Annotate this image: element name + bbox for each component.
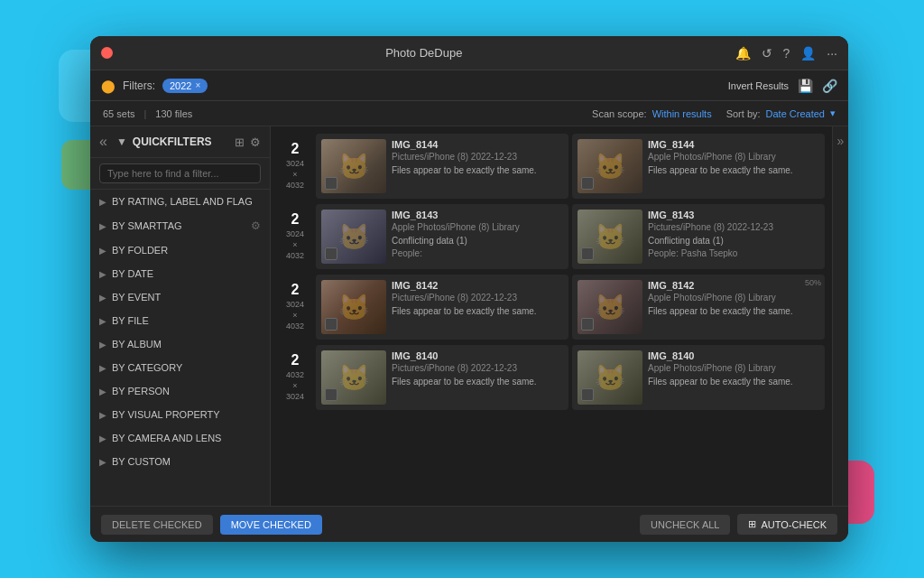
photo-card-3-0[interactable]: 🐱 IMG_8140 Pictures/iPhone (8) 2022-12-2… <box>316 345 568 410</box>
sidebar-arrow-9: ▶ <box>99 410 106 420</box>
sidebar-item-10[interactable]: ▶ BY CAMERA AND LENS <box>90 426 270 450</box>
photo-info-0-1: IMG_8144 Apple Photos/iPhone (8) Library… <box>648 139 819 176</box>
photo-checkbox-2-1[interactable] <box>581 318 594 331</box>
sidebar-gear-1[interactable]: ⚙ <box>251 219 261 232</box>
photo-desc-3-1: Files appear to be exactly the same. <box>648 376 819 387</box>
sidebar-arrow-10: ▶ <box>99 434 106 443</box>
badge-number-2: 2 <box>291 282 300 298</box>
link-icon[interactable]: 🔗 <box>822 79 837 93</box>
photo-card-1-1[interactable]: 🐱 IMG_8143 Pictures/iPhone (8) 2022-12-2… <box>572 204 825 269</box>
sidebar-label-0: BY RATING, LABEL AND FLAG <box>112 196 253 207</box>
sidebar-arrow-1: ▶ <box>99 221 106 231</box>
sets-count: 65 sets <box>103 108 134 119</box>
move-checked-button[interactable]: MOVE CHECKED <box>220 515 322 535</box>
photo-card-3-1[interactable]: 🐱 IMG_8140 Apple Photos/iPhone (8) Libra… <box>572 345 825 410</box>
filter-tag-label: 2022 <box>170 80 191 91</box>
photo-checkbox-0-0[interactable] <box>325 177 337 190</box>
photo-name-1-0: IMG_8143 <box>392 210 563 220</box>
sidebar-arrow-8: ▶ <box>99 387 106 396</box>
sidebar-item-5[interactable]: ▶ BY FILE <box>90 309 270 332</box>
photo-pair-1: 🐱 IMG_8143 Apple Photos/iPhone (8) Libra… <box>316 204 825 269</box>
photo-card-1-0[interactable]: 🐱 IMG_8143 Apple Photos/iPhone (8) Libra… <box>316 204 568 269</box>
sidebar-item-3[interactable]: ▶ BY DATE <box>90 262 270 285</box>
uncheck-all-button[interactable]: UNCHECK ALL <box>640 515 730 535</box>
photo-card-2-1[interactable]: 🐱 IMG_8142 Apple Photos/iPhone (8) Libra… <box>572 275 825 340</box>
sidebar-item-6[interactable]: ▶ BY ALBUM <box>90 332 270 356</box>
photo-name-1-1: IMG_8143 <box>648 210 819 220</box>
sort-chevron-icon[interactable]: ▾ <box>830 107 836 119</box>
photo-desc-2-1: Files appear to be exactly the same. <box>648 305 819 317</box>
sidebar-collapse-button[interactable]: « <box>99 134 107 150</box>
title-bar-icons: 🔔 ↺ ? 👤 ··· <box>735 46 837 61</box>
invert-results-button[interactable]: Invert Results <box>728 80 789 91</box>
photo-group-2: 2 3024 × 4032 🐱 IMG_8142 Pictures/iPhone… <box>278 275 825 340</box>
sidebar-search-input[interactable] <box>99 163 261 183</box>
photo-path-2-1: Apple Photos/iPhone (8) Library <box>648 293 819 303</box>
right-panel-collapse[interactable]: » <box>832 126 848 506</box>
photo-thumb-2-0: 🐱 <box>321 280 386 334</box>
badge-number-3: 2 <box>291 352 300 368</box>
title-bar: Photo DeDupe 🔔 ↺ ? 👤 ··· <box>90 36 848 70</box>
sidebar-item-2[interactable]: ▶ BY FOLDER <box>90 238 270 262</box>
photo-info-2-0: IMG_8142 Pictures/iPhone (8) 2022-12-23 … <box>392 280 563 317</box>
photo-desc-0-1: Files appear to be exactly the same. <box>648 164 819 176</box>
photo-checkbox-0-1[interactable] <box>581 177 594 190</box>
photo-card-2-0[interactable]: 🐱 IMG_8142 Pictures/iPhone (8) 2022-12-2… <box>316 275 568 340</box>
photo-card-0-1[interactable]: 🐱 IMG_8144 Apple Photos/iPhone (8) Libra… <box>572 134 825 199</box>
photo-people-1-0: People: <box>392 248 563 258</box>
sidebar: « ▼ QUICKFILTERS ⊞ ⚙ ▶ BY RATING, LABEL … <box>90 126 271 506</box>
sidebar-header-icons: ⊞ ⚙ <box>235 135 261 149</box>
app-window: Photo DeDupe 🔔 ↺ ? 👤 ··· ⬤ Filters: 2022… <box>90 36 848 542</box>
photo-name-2-0: IMG_8142 <box>392 280 563 291</box>
sidebar-item-1[interactable]: ▶ BY SMARTTAG ⚙ <box>90 213 270 238</box>
photo-checkbox-3-0[interactable] <box>325 388 337 401</box>
photo-checkbox-1-1[interactable] <box>581 247 594 260</box>
photo-desc-0-0: Files appear to be exactly the same. <box>392 164 563 176</box>
sidebar-item-9[interactable]: ▶ BY VISUAL PROPERTY <box>90 403 270 426</box>
badge-number-1: 2 <box>291 211 300 228</box>
photo-checkbox-2-0[interactable] <box>325 318 337 331</box>
sidebar-item-0[interactable]: ▶ BY RATING, LABEL AND FLAG <box>90 190 270 213</box>
photo-info-3-1: IMG_8140 Apple Photos/iPhone (8) Library… <box>648 350 819 387</box>
right-collapse-icon: » <box>837 134 845 148</box>
photo-desc-3-0: Files appear to be exactly the same. <box>392 376 563 387</box>
scroll-percentage: 50% <box>805 278 821 287</box>
sort-value[interactable]: Date Created <box>766 108 825 119</box>
refresh-icon[interactable]: ↺ <box>762 46 772 61</box>
photo-name-3-1: IMG_8140 <box>648 350 819 361</box>
help-icon[interactable]: ? <box>783 46 790 61</box>
sidebar-item-8[interactable]: ▶ BY PERSON <box>90 379 270 403</box>
sidebar-label-7: BY CATEGORY <box>112 362 182 373</box>
photo-area[interactable]: 2 3024 × 4032 🐱 IMG_8144 Pictures/iPhone… <box>271 126 832 506</box>
photo-card-0-0[interactable]: 🐱 IMG_8144 Pictures/iPhone (8) 2022-12-2… <box>316 134 568 199</box>
more-icon[interactable]: ··· <box>827 46 837 61</box>
account-icon[interactable]: 👤 <box>800 46 816 61</box>
sidebar-item-7[interactable]: ▶ BY CATEGORY <box>90 356 270 379</box>
save-filter-icon[interactable]: 💾 <box>798 79 813 93</box>
sidebar-arrow-6: ▶ <box>99 340 106 350</box>
sidebar-item-11[interactable]: ▶ BY CUSTOM <box>90 450 270 473</box>
auto-check-button[interactable]: ⊞ AUTO-CHECK <box>737 514 837 535</box>
photo-group-0: 2 3024 × 4032 🐱 IMG_8144 Pictures/iPhone… <box>278 134 825 199</box>
photo-checkbox-1-0[interactable] <box>325 247 337 260</box>
photo-path-1-0: Apple Photos/iPhone (8) Library <box>392 222 563 232</box>
badge-dim-3: 4032 × 3024 <box>286 370 304 402</box>
sidebar-label-3: BY DATE <box>112 268 153 279</box>
group-badge-2: 2 3024 × 4032 <box>278 275 312 340</box>
sidebar-item-4[interactable]: ▶ BY EVENT <box>90 285 270 309</box>
close-button[interactable] <box>101 47 113 59</box>
filter-tag-remove[interactable]: × <box>195 80 200 90</box>
sidebar-settings-icon[interactable]: ⚙ <box>250 135 261 149</box>
photo-info-0-0: IMG_8144 Pictures/iPhone (8) 2022-12-23 … <box>392 139 563 176</box>
main-content: « ▼ QUICKFILTERS ⊞ ⚙ ▶ BY RATING, LABEL … <box>90 126 848 506</box>
badge-dim-2: 3024 × 4032 <box>286 300 304 331</box>
scan-scope-value[interactable]: Within results <box>652 108 712 119</box>
delete-checked-button[interactable]: DELETE CHECKED <box>101 515 213 535</box>
notification-icon[interactable]: 🔔 <box>735 46 751 61</box>
sidebar-arrow-3: ▶ <box>99 269 106 279</box>
sidebar-arrow-2: ▶ <box>99 246 106 256</box>
sidebar-grid-icon[interactable]: ⊞ <box>235 135 245 149</box>
filter-tag-2022[interactable]: 2022 × <box>162 79 208 93</box>
photo-thumb-0-1: 🐱 <box>578 139 642 193</box>
photo-checkbox-3-1[interactable] <box>581 388 594 401</box>
